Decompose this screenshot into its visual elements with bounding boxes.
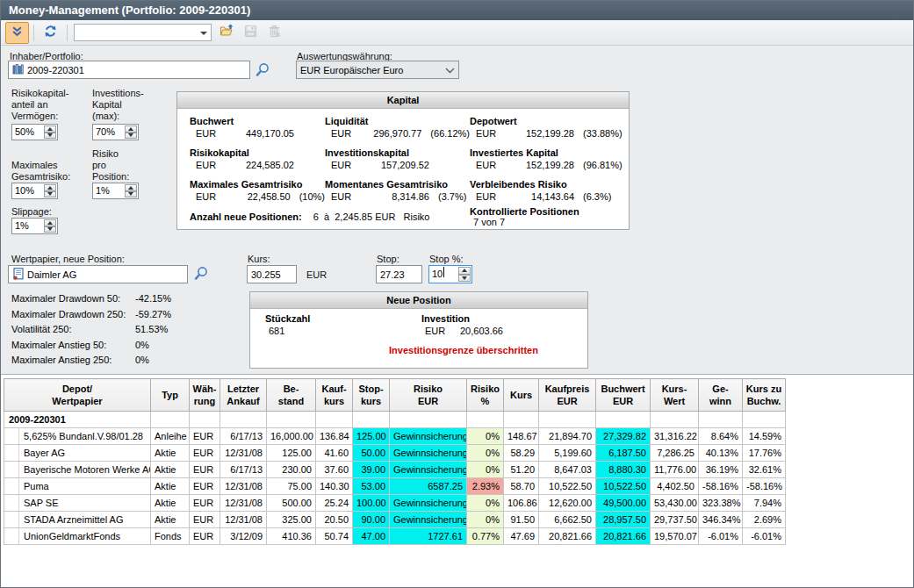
- cell[interactable]: [190, 412, 220, 428]
- cell[interactable]: EUR: [190, 528, 220, 545]
- column-header-11[interactable]: Buchwert EUR: [596, 379, 651, 412]
- cell[interactable]: 3/12/09: [220, 528, 267, 545]
- cell[interactable]: [353, 412, 390, 428]
- cell[interactable]: SAP SE: [4, 495, 151, 512]
- currency-select[interactable]: EUR Europäischer Euro: [296, 61, 459, 79]
- table-row[interactable]: Bayerische Motoren Werke AGAktieEUR6/17/…: [4, 462, 786, 478]
- cell[interactable]: -58.16%: [699, 478, 743, 495]
- cell[interactable]: -6.01%: [699, 528, 743, 545]
- cell[interactable]: EUR: [190, 462, 220, 478]
- cell[interactable]: 125.00: [267, 445, 316, 462]
- cell[interactable]: 1727.61: [390, 528, 467, 545]
- cell[interactable]: 51.20: [504, 462, 539, 478]
- portfolio-input[interactable]: 2009-220301: [8, 61, 250, 79]
- stop-input[interactable]: 27.23: [376, 265, 422, 283]
- investitionskapital-spinner[interactable]: 70%: [92, 124, 139, 140]
- cell[interactable]: 75.00: [267, 478, 316, 495]
- cell[interactable]: [699, 412, 743, 428]
- cell[interactable]: 500.00: [267, 495, 316, 512]
- cell[interactable]: Aktie: [151, 495, 190, 512]
- cell[interactable]: Bayerische Motoren Werke AG: [4, 462, 151, 478]
- cell[interactable]: 7,286.25: [651, 445, 699, 462]
- cell[interactable]: 91.50: [504, 512, 539, 528]
- cell[interactable]: 20.50: [316, 512, 353, 528]
- cell[interactable]: Fonds: [151, 528, 190, 545]
- cell[interactable]: 31,316.22: [651, 428, 699, 445]
- cell[interactable]: Gewinnsicherung: [390, 512, 467, 528]
- portfolio-search-button[interactable]: [255, 62, 270, 82]
- column-header-9[interactable]: Kurs: [504, 379, 539, 412]
- column-header-13[interactable]: Ge- winn: [699, 379, 743, 412]
- refresh-button[interactable]: [39, 22, 62, 44]
- cell[interactable]: Puma: [4, 478, 151, 495]
- table-row[interactable]: PumaAktieEUR12/31/0875.00140.3053.006587…: [4, 478, 786, 495]
- toolbar-combobox[interactable]: [74, 24, 212, 41]
- collapse-panel-button[interactable]: [5, 22, 29, 44]
- cell[interactable]: 12/31/08: [220, 478, 267, 495]
- cell[interactable]: 36.19%: [699, 462, 743, 478]
- cell[interactable]: 58.29: [504, 445, 539, 462]
- cell[interactable]: 32.61%: [743, 462, 786, 478]
- cell[interactable]: EUR: [190, 478, 220, 495]
- cell[interactable]: UnionGeldmarktFonds: [4, 528, 151, 545]
- cell[interactable]: 28,957.50: [596, 512, 651, 528]
- group-name[interactable]: 2009-220301: [4, 412, 151, 428]
- cell[interactable]: [539, 412, 596, 428]
- table-row[interactable]: Bayer AGAktieEUR12/31/08125.0041.6050.00…: [4, 445, 786, 462]
- cell[interactable]: 325.00: [267, 512, 316, 528]
- cell[interactable]: 11,776.00: [651, 462, 699, 478]
- cell[interactable]: 8,647.03: [539, 462, 596, 478]
- cell[interactable]: 90.00: [353, 512, 390, 528]
- cell[interactable]: 19,570.07: [651, 528, 699, 545]
- cell[interactable]: 346.34%: [699, 512, 743, 528]
- cell[interactable]: 12/31/08: [220, 445, 267, 462]
- cell[interactable]: 47.69: [504, 528, 539, 545]
- cell[interactable]: [596, 412, 651, 428]
- cell[interactable]: 6,187.50: [596, 445, 651, 462]
- wertpapier-search-button[interactable]: [193, 266, 209, 285]
- cell[interactable]: EUR: [190, 495, 220, 512]
- cell[interactable]: Aktie: [151, 478, 190, 495]
- cell[interactable]: 106.86: [504, 495, 539, 512]
- cell[interactable]: 0%: [467, 512, 504, 528]
- cell[interactable]: Gewinnsicherung: [390, 462, 467, 478]
- cell[interactable]: [267, 412, 316, 428]
- cell[interactable]: 25.24: [316, 495, 353, 512]
- cell[interactable]: 136.84: [316, 428, 353, 445]
- cell[interactable]: 41.60: [316, 445, 353, 462]
- cell[interactable]: [220, 412, 267, 428]
- cell[interactable]: 0%: [467, 462, 504, 478]
- spin-down-button[interactable]: [44, 133, 56, 140]
- column-header-0[interactable]: Depot/ Wertpapier: [4, 379, 151, 412]
- open-button[interactable]: [215, 22, 239, 44]
- spin-up-button[interactable]: [125, 125, 137, 133]
- cell[interactable]: [651, 412, 699, 428]
- save-button[interactable]: [239, 22, 263, 44]
- table-row[interactable]: 5,625% Bundanl.V.98/01.28AnleiheEUR6/17/…: [4, 428, 786, 445]
- cell[interactable]: 12,620.00: [539, 495, 596, 512]
- cell[interactable]: -6.01%: [743, 528, 786, 545]
- column-header-2[interactable]: Wäh- rung: [190, 379, 220, 412]
- cell[interactable]: 27,329.82: [596, 428, 651, 445]
- cell[interactable]: 140.30: [316, 478, 353, 495]
- cell[interactable]: 37.60: [316, 462, 353, 478]
- column-header-1[interactable]: Typ: [151, 379, 190, 412]
- column-header-8[interactable]: Risiko %: [467, 379, 504, 412]
- delete-button[interactable]: [263, 22, 286, 44]
- table-row[interactable]: UnionGeldmarktFondsFondsEUR3/12/09410.36…: [4, 528, 786, 545]
- cell[interactable]: 39.00: [353, 462, 390, 478]
- column-header-4[interactable]: Be- stand: [267, 379, 316, 412]
- cell[interactable]: 49,500.00: [596, 495, 651, 512]
- cell[interactable]: 21,894.70: [539, 428, 596, 445]
- cell[interactable]: [151, 412, 190, 428]
- cell[interactable]: 10,522.50: [539, 478, 596, 495]
- cell[interactable]: 8.64%: [699, 428, 743, 445]
- group-row[interactable]: 2009-220301: [4, 412, 786, 428]
- cell[interactable]: Bayer AG: [4, 445, 151, 462]
- cell[interactable]: 47.00: [353, 528, 390, 545]
- column-header-14[interactable]: Kurs zu Buchw.: [743, 379, 786, 412]
- cell[interactable]: 10,522.50: [596, 478, 651, 495]
- cell[interactable]: 53.00: [353, 478, 390, 495]
- cell[interactable]: Gewinnsicherung: [390, 495, 467, 512]
- spin-up-button[interactable]: [125, 184, 137, 191]
